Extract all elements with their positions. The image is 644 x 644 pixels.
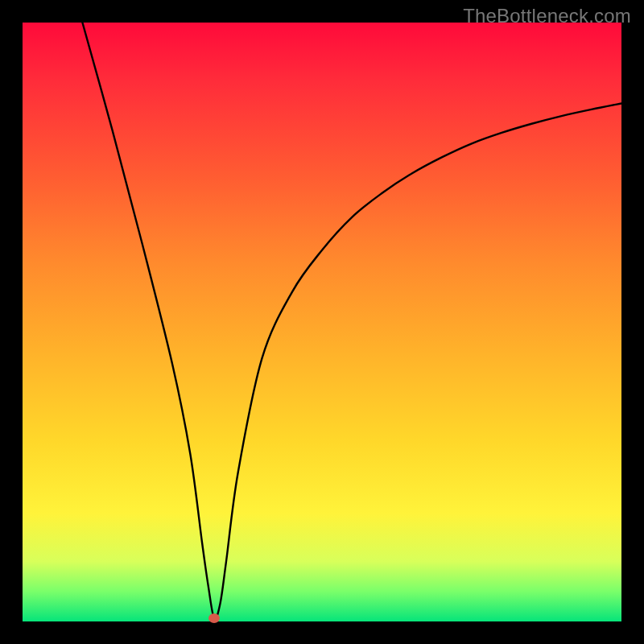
minimum-marker bbox=[208, 613, 220, 623]
curve-svg bbox=[23, 23, 621, 621]
chart-plot-area bbox=[23, 23, 621, 621]
bottleneck-curve bbox=[82, 23, 621, 619]
